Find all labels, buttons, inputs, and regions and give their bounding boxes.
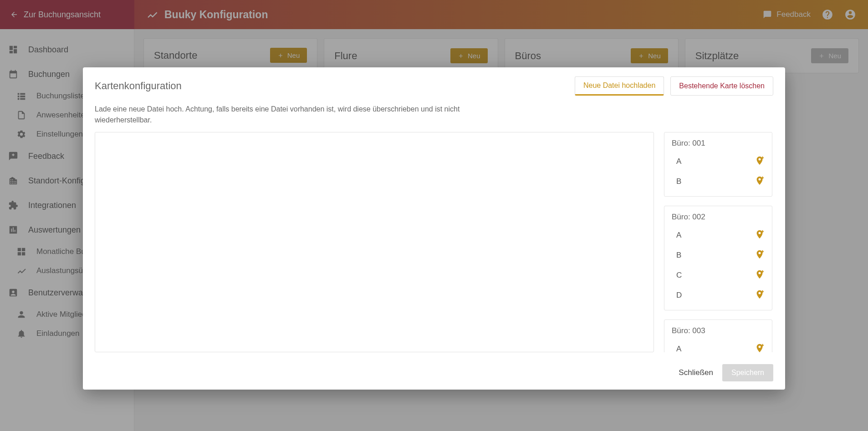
- place-seat-button[interactable]: [755, 343, 765, 353]
- place-seat-button[interactable]: [755, 176, 765, 188]
- modal-footer: Schließen Speichern: [83, 358, 785, 390]
- close-button[interactable]: Schließen: [679, 368, 713, 377]
- place-seat-button[interactable]: [755, 229, 765, 242]
- modal-dialog: Kartenkonfiguration Neue Datei hochladen…: [83, 67, 785, 390]
- seat-label: B: [676, 177, 681, 186]
- seat-label: B: [676, 251, 681, 260]
- seat-row: A: [672, 225, 765, 245]
- office-group-title: Büro: 001: [672, 139, 765, 148]
- place-seat-button[interactable]: [755, 156, 765, 168]
- save-button-disabled: Speichern: [722, 364, 773, 381]
- add-pin-icon: [755, 343, 765, 353]
- add-pin-icon: [755, 156, 765, 166]
- modal-header: Kartenkonfiguration Neue Datei hochladen…: [83, 67, 785, 100]
- add-pin-icon: [755, 269, 765, 279]
- office-group: Büro: 002ABCD: [664, 206, 772, 310]
- add-pin-icon: [755, 176, 765, 186]
- seat-row: D: [672, 285, 765, 305]
- office-group-title: Büro: 002: [672, 213, 765, 222]
- file-dropzone[interactable]: [95, 132, 654, 352]
- place-seat-button[interactable]: [755, 269, 765, 282]
- seat-label: D: [676, 291, 682, 300]
- seat-row: A: [672, 339, 765, 352]
- seat-label: C: [676, 271, 682, 280]
- office-seat-panel: Büro: 001ABBüro: 002ABCDBüro: 003A: [664, 132, 773, 352]
- modal-body: Büro: 001ABBüro: 002ABCDBüro: 003A: [83, 132, 785, 358]
- seat-label: A: [676, 157, 681, 166]
- modal-note: Lade eine neue Datei hoch. Achtung, fall…: [83, 100, 502, 132]
- delete-map-button[interactable]: Bestehende Karte löschen: [670, 76, 773, 96]
- seat-row: B: [672, 245, 765, 265]
- seat-row: B: [672, 172, 765, 192]
- place-seat-button[interactable]: [755, 249, 765, 262]
- add-pin-icon: [755, 289, 765, 299]
- upload-file-button[interactable]: Neue Datei hochladen: [575, 76, 664, 96]
- office-group: Büro: 003A: [664, 319, 772, 352]
- seat-label: A: [676, 345, 681, 352]
- place-seat-button[interactable]: [755, 289, 765, 302]
- office-group: Büro: 001AB: [664, 132, 772, 197]
- add-pin-icon: [755, 249, 765, 259]
- seat-label: A: [676, 231, 681, 240]
- modal-title: Kartenkonfiguration: [95, 80, 182, 92]
- modal-header-actions: Neue Datei hochladen Bestehende Karte lö…: [575, 76, 773, 96]
- modal-overlay[interactable]: Kartenkonfiguration Neue Datei hochladen…: [0, 0, 868, 431]
- add-pin-icon: [755, 229, 765, 239]
- seat-row: C: [672, 265, 765, 285]
- seat-row: A: [672, 152, 765, 172]
- office-group-title: Büro: 003: [672, 326, 765, 335]
